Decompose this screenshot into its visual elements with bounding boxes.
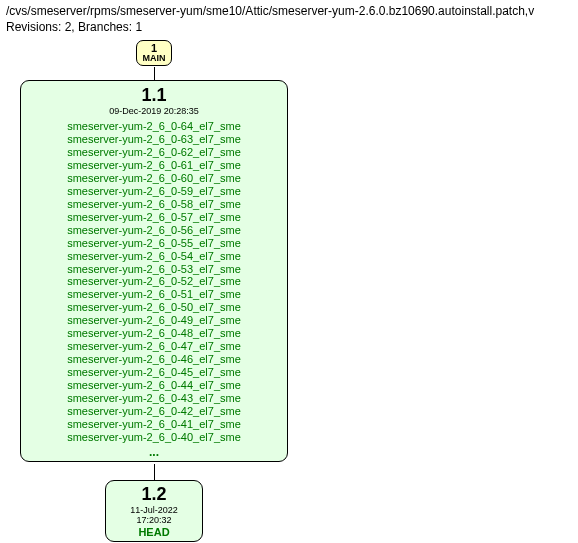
- repo-path: /cvs/smeserver/rpms/smeserver-yum/sme10/…: [6, 4, 572, 18]
- revision-1-1-tag: smeserver-yum-2_6_0-48_el7_sme: [29, 327, 279, 340]
- revision-1-1-node[interactable]: 1.1 09-Dec-2019 20:28:35 smeserver-yum-2…: [20, 80, 288, 462]
- revision-1-1-tag: smeserver-yum-2_6_0-43_el7_sme: [29, 392, 279, 405]
- revision-1-1-tag: smeserver-yum-2_6_0-40_el7_sme: [29, 431, 279, 444]
- revision-1-1-tag: smeserver-yum-2_6_0-55_el7_sme: [29, 237, 279, 250]
- revision-1-1-tag: smeserver-yum-2_6_0-61_el7_sme: [29, 159, 279, 172]
- revision-1-2-node[interactable]: 1.2 11-Jul-2022 17:20:32 HEAD: [105, 480, 203, 542]
- revision-1-1-tag: smeserver-yum-2_6_0-50_el7_sme: [29, 301, 279, 314]
- revision-1-1-tag: smeserver-yum-2_6_0-59_el7_sme: [29, 185, 279, 198]
- revision-1-1-tag: smeserver-yum-2_6_0-42_el7_sme: [29, 405, 279, 418]
- revision-1-1-tag: smeserver-yum-2_6_0-64_el7_sme: [29, 120, 279, 133]
- revision-1-1-tag: smeserver-yum-2_6_0-62_el7_sme: [29, 146, 279, 159]
- revision-1-1-tag: smeserver-yum-2_6_0-53_el7_sme: [29, 263, 279, 276]
- revision-1-1-tag: smeserver-yum-2_6_0-41_el7_sme: [29, 418, 279, 431]
- revision-1-1-date: 09-Dec-2019 20:28:35: [29, 106, 279, 117]
- branch-main-label: MAIN: [137, 54, 171, 64]
- branch-main-node[interactable]: 1 MAIN: [136, 40, 172, 66]
- revision-1-1-title: 1.1: [29, 85, 279, 106]
- revision-1-1-tag: smeserver-yum-2_6_0-60_el7_sme: [29, 172, 279, 185]
- revision-1-2-tag-head: HEAD: [112, 526, 196, 538]
- revision-1-1-tag: smeserver-yum-2_6_0-58_el7_sme: [29, 198, 279, 211]
- revision-1-1-tag: smeserver-yum-2_6_0-56_el7_sme: [29, 224, 279, 237]
- revision-1-1-tag: smeserver-yum-2_6_0-57_el7_sme: [29, 211, 279, 224]
- revision-1-1-tag: smeserver-yum-2_6_0-63_el7_sme: [29, 133, 279, 146]
- connector-main-to-1-1: [154, 67, 155, 80]
- revision-1-2-title: 1.2: [112, 484, 196, 505]
- revision-1-1-tag: smeserver-yum-2_6_0-54_el7_sme: [29, 250, 279, 263]
- revision-1-1-tag: smeserver-yum-2_6_0-52_el7_sme: [29, 275, 279, 288]
- revision-1-1-tag: smeserver-yum-2_6_0-46_el7_sme: [29, 353, 279, 366]
- revision-1-1-tag: smeserver-yum-2_6_0-44_el7_sme: [29, 379, 279, 392]
- revision-1-1-tag: smeserver-yum-2_6_0-49_el7_sme: [29, 314, 279, 327]
- revision-1-1-tag: smeserver-yum-2_6_0-45_el7_sme: [29, 366, 279, 379]
- revision-1-1-tags: smeserver-yum-2_6_0-64_el7_smesmeserver-…: [29, 120, 279, 444]
- revision-1-2-date: 11-Jul-2022 17:20:32: [112, 505, 196, 525]
- connector-1-1-to-1-2: [154, 464, 155, 480]
- revision-1-1-tag: smeserver-yum-2_6_0-51_el7_sme: [29, 288, 279, 301]
- revision-1-1-ellipsis: ...: [29, 445, 279, 459]
- revision-1-1-tag: smeserver-yum-2_6_0-47_el7_sme: [29, 340, 279, 353]
- revisions-summary: Revisions: 2, Branches: 1: [6, 20, 572, 34]
